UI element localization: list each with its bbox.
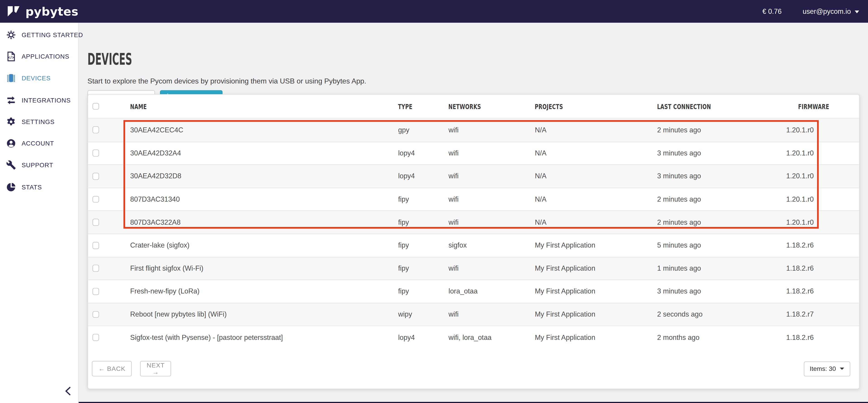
device-last-connection: 2 months ago	[657, 334, 786, 341]
sidebar-item-account[interactable]: ACCOUNT	[0, 133, 78, 154]
select-all-checkbox[interactable]	[92, 103, 99, 110]
chevron-down-icon	[840, 368, 844, 370]
device-firmware: 1.20.1.r0	[786, 195, 859, 203]
device-name: First flight sigfox (Wi-Fi)	[130, 265, 398, 272]
table-row[interactable]: Sigfox-test (with Pysense) - [pastoor pe…	[88, 326, 859, 349]
swap-arrows-icon	[6, 95, 16, 105]
column-header-last-connection[interactable]: LAST CONNECTION	[657, 102, 786, 111]
device-firmware: 1.18.2.r6	[786, 288, 859, 295]
chevron-down-icon	[855, 10, 859, 13]
column-header-type[interactable]: TYPE	[398, 102, 448, 111]
row-checkbox[interactable]	[92, 334, 99, 341]
device-firmware: 1.20.1.r0	[786, 149, 859, 157]
device-projects: N/A	[535, 195, 657, 203]
device-projects: N/A	[535, 149, 657, 157]
user-icon	[6, 138, 16, 149]
devices-table-card: NAME TYPE NETWORKS PROJECTS LAST CONNECT…	[88, 94, 860, 389]
table-body: 30AEA42CEC4C gpy wifi N/A 2 minutes ago …	[88, 119, 859, 349]
device-type: lopy4	[398, 149, 448, 157]
row-checkbox[interactable]	[92, 173, 99, 180]
device-projects: My First Application	[535, 242, 657, 249]
page-description: Start to explore the Pycom devices by pr…	[88, 77, 366, 85]
sidebar-item-label: DEVICES	[22, 75, 51, 82]
device-firmware: 1.18.2.r6	[786, 334, 859, 341]
items-per-page-dropdown[interactable]: Items: 30	[804, 361, 850, 376]
code-document-icon: </>	[6, 51, 16, 61]
sidebar-item-stats[interactable]: STATS	[0, 176, 78, 198]
device-type: fipy	[398, 195, 448, 203]
sidebar-item-applications[interactable]: </> APPLICATIONS	[0, 45, 78, 67]
table-row[interactable]: Fresh-new-fipy (LoRa) fipy lora_otaa My …	[88, 280, 859, 303]
column-header-networks[interactable]: NETWORKS	[448, 102, 535, 111]
row-checkbox[interactable]	[92, 265, 99, 272]
column-header-projects[interactable]: PROJECTS	[535, 102, 657, 111]
column-header-name[interactable]: NAME	[130, 102, 398, 111]
sidebar-item-label: SETTINGS	[22, 118, 55, 125]
device-last-connection: 1 minutes ago	[657, 265, 786, 272]
table-row[interactable]: 30AEA42D32A4 lopy4 wifi N/A 3 minutes ag…	[88, 142, 859, 164]
chevron-left-icon	[64, 386, 71, 396]
gear-icon	[6, 117, 16, 127]
sidebar-item-label: APPLICATIONS	[22, 53, 69, 60]
device-networks: wifi	[448, 219, 535, 226]
table-header-row: NAME TYPE NETWORKS PROJECTS LAST CONNECT…	[88, 95, 859, 118]
table-row[interactable]: 30AEA42D32D8 lopy4 wifi N/A 3 minutes ag…	[88, 164, 859, 188]
chip-icon	[6, 73, 16, 83]
row-checkbox[interactable]	[92, 196, 99, 203]
sun-icon	[6, 30, 16, 40]
device-last-connection: 5 minutes ago	[657, 242, 786, 249]
table-row[interactable]: Reboot [new pybytes lib] (WiFi) wipy wif…	[88, 303, 859, 326]
row-checkbox[interactable]	[92, 150, 99, 157]
device-type: gpy	[398, 126, 448, 134]
device-last-connection: 3 minutes ago	[657, 288, 786, 295]
user-menu[interactable]: user@pycom.io	[803, 7, 859, 15]
table-row[interactable]: First flight sigfox (Wi-Fi) fipy wifi My…	[88, 257, 859, 280]
sidebar-item-label: INTEGRATIONS	[22, 97, 71, 103]
device-name: Crater-lake (sigfox)	[130, 242, 398, 249]
device-name: 807D3AC322A8	[130, 219, 398, 226]
page-title: DEVICES	[88, 51, 164, 68]
device-firmware: 1.18.2.r6	[786, 265, 859, 272]
device-firmware: 1.20.1.r0	[786, 173, 859, 180]
device-name: Reboot [new pybytes lib] (WiFi)	[130, 311, 398, 318]
row-checkbox[interactable]	[92, 126, 99, 133]
sidebar-collapse-button[interactable]	[62, 385, 73, 397]
items-per-page-label: Items: 30	[810, 366, 836, 372]
device-networks: wifi	[448, 311, 535, 318]
account-balance: € 0.76	[762, 7, 781, 15]
column-header-firmware[interactable]: FIRMWARE	[786, 102, 860, 111]
device-type: lopy4	[398, 334, 448, 341]
table-row[interactable]: Crater-lake (sigfox) fipy sigfox My Firs…	[88, 234, 859, 257]
device-projects: My First Application	[535, 265, 657, 272]
next-button[interactable]: NEXT →	[140, 361, 171, 377]
pybytes-logo[interactable]: pybytes	[0, 5, 78, 18]
device-firmware: 1.20.1.r0	[786, 219, 859, 226]
device-networks: wifi	[448, 173, 535, 180]
device-type: wipy	[398, 311, 448, 318]
back-button[interactable]: ← BACK	[92, 361, 132, 377]
row-checkbox[interactable]	[92, 242, 99, 249]
table-row[interactable]: 807D3AC31340 fipy wifi N/A 2 minutes ago…	[88, 188, 859, 211]
device-networks: lora_otaa	[448, 288, 535, 295]
row-checkbox[interactable]	[92, 311, 99, 318]
table-row[interactable]: 30AEA42CEC4C gpy wifi N/A 2 minutes ago …	[88, 119, 859, 142]
device-firmware: 1.18.2.r7	[786, 311, 859, 318]
device-name: 30AEA42CEC4C	[130, 126, 398, 134]
sidebar-item-devices[interactable]: DEVICES	[0, 67, 78, 89]
device-name: 30AEA42D32D8	[130, 173, 398, 180]
row-checkbox[interactable]	[92, 219, 99, 226]
pie-chart-icon	[6, 182, 16, 192]
svg-text:</>: </>	[7, 56, 15, 60]
device-type: fipy	[398, 265, 448, 272]
sidebar-item-settings[interactable]: SETTINGS	[0, 111, 78, 133]
device-networks: wifi	[448, 126, 535, 134]
sidebar-item-support[interactable]: SUPPORT	[0, 154, 78, 176]
table-row[interactable]: 807D3AC322A8 fipy wifi N/A 2 minutes ago…	[88, 211, 859, 234]
sidebar-item-integrations[interactable]: INTEGRATIONS	[0, 89, 78, 111]
row-checkbox[interactable]	[92, 288, 99, 295]
device-type: fipy	[398, 288, 448, 295]
sidebar-item-label: GETTING STARTED	[22, 31, 83, 38]
device-networks: wifi	[448, 195, 535, 203]
sidebar-item-getting-started[interactable]: GETTING STARTED	[0, 24, 78, 45]
device-last-connection: 3 minutes ago	[657, 149, 786, 157]
